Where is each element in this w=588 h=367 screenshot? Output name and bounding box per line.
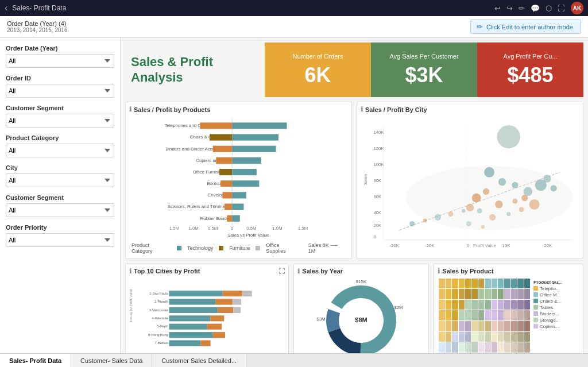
legend-office-label: Office Supplies [266, 242, 300, 254]
chart-sales-product-icon: ℹ [438, 268, 440, 275]
tab-customer-sales-detailed[interactable]: Customer Sales Detailed... [152, 354, 246, 367]
sales-year-donut: $8M $15K $3M $2M [315, 277, 407, 354]
svg-text:140K: 140K [373, 130, 384, 135]
svg-rect-22 [232, 157, 261, 164]
svg-text:$15K: $15K [356, 279, 367, 284]
svg-point-69 [409, 221, 415, 226]
undo-icon[interactable]: ↩ [494, 4, 501, 13]
chart-top-cities-icon: ℹ [129, 268, 131, 275]
legend-tech-label: Technology [187, 245, 214, 251]
svg-text:1.0M: 1.0M [272, 226, 282, 231]
filter-select-order-id[interactable]: All [6, 84, 114, 98]
fullscreen-icon[interactable]: ⛶ [558, 4, 565, 13]
filter-customer-segment-2: Customer Segment All [6, 194, 114, 217]
legend-item-chairs: Chairs &... [533, 299, 579, 304]
svg-rect-102 [169, 332, 213, 338]
svg-text:60K: 60K [373, 194, 382, 199]
dashboard-title: Sales & Profit Analysis [125, 55, 265, 85]
svg-text:Profit Value: Profit Value [473, 243, 496, 248]
legend-item-storage: Storage... [533, 318, 579, 323]
chart-products-content: Telephones and Communication Chairs & Ch… [129, 115, 348, 255]
svg-text:80K: 80K [373, 178, 382, 183]
svg-rect-103 [213, 332, 225, 338]
svg-rect-10 [200, 122, 232, 129]
chart-sales-product-title: ℹ Sales by Product [438, 268, 579, 275]
filter-label-order-date: Order Date (Year) [6, 45, 114, 52]
kpi-sales-card: Avg Sales Per Customer $3K [371, 43, 477, 97]
svg-text:Sales: Sales [363, 174, 368, 186]
filter-subtitle: 2013, 2014, 2015, 2016 [7, 27, 68, 33]
filter-select-city[interactable]: All [6, 173, 114, 187]
svg-text:1.5M: 1.5M [169, 226, 179, 231]
chart-sales-product-panel: ℹ Sales by Product [434, 264, 583, 354]
redo-icon[interactable]: ↪ [506, 4, 513, 13]
svg-rect-13 [216, 157, 232, 164]
kpi-orders-card: Number of Orders 6K [265, 43, 371, 97]
charts-top-row: ℹ Sales / Profit by Products Telephones … [125, 102, 583, 259]
legend-item-binders: Binders... [533, 311, 579, 316]
svg-text:7-Belfast: 7-Belfast [154, 341, 168, 345]
svg-text:10 City by Profit Value: 10 City by Profit Value [129, 288, 133, 322]
svg-rect-94 [233, 299, 241, 304]
avatar[interactable]: AK [571, 2, 583, 14]
svg-text:$2M: $2M [394, 305, 404, 310]
edit-hint-text: Click Edit to enter author mode. [486, 24, 575, 30]
svg-rect-95 [169, 307, 218, 312]
comment-icon[interactable]: 💬 [531, 4, 540, 13]
charts-bottom-row: ℹ Top 10 Cities by Profit ⛶ 1-Sao Paulo … [125, 264, 583, 354]
kpi-profit-card: Avg Profit Per Cu... $485 [477, 43, 583, 97]
filter-select-customer-segment[interactable]: All [6, 114, 114, 128]
svg-text:10K: 10K [502, 243, 511, 248]
svg-text:0: 0 [373, 234, 376, 239]
filter-select-order-priority[interactable]: All [6, 233, 114, 247]
svg-rect-96 [218, 307, 233, 312]
svg-text:3-Vancouver: 3-Vancouver [149, 308, 168, 311]
svg-rect-23 [232, 169, 257, 175]
expand-icon[interactable]: ⛶ [278, 268, 285, 275]
filterbar: Order Date (Year) (4) 2013, 2014, 2015, … [0, 16, 588, 38]
tabbar: Sales- Profit Data Customer- Sales Data … [0, 353, 588, 367]
filter-select-customer-segment-2[interactable]: All [6, 203, 114, 217]
legend-item-copiers: Copiers... [533, 324, 579, 329]
svg-text:-20K: -20K [389, 243, 399, 248]
svg-text:100K: 100K [373, 162, 384, 167]
chart-products-panel: ℹ Sales / Profit by Products Telephones … [125, 102, 352, 259]
filter-city: City All [6, 164, 114, 187]
legend-furn-label: Furniture [229, 245, 250, 251]
svg-rect-101 [207, 323, 222, 329]
filter-select-order-date[interactable]: All [6, 54, 114, 68]
back-icon[interactable]: ‹ [5, 3, 7, 13]
svg-rect-105 [201, 340, 211, 346]
svg-rect-18 [227, 215, 232, 222]
svg-text:0.5M: 0.5M [246, 226, 256, 231]
svg-rect-20 [232, 134, 278, 140]
svg-rect-98 [169, 315, 211, 321]
svg-text:0: 0 [231, 226, 234, 231]
filter-order-priority: Order Priority All [6, 224, 114, 247]
svg-text:20K: 20K [373, 223, 382, 228]
tab-customer-sales-data[interactable]: Customer- Sales Data [71, 354, 152, 367]
filter-order-date: Order Date (Year) All [6, 45, 114, 68]
svg-text:$3M: $3M [317, 316, 326, 322]
svg-rect-14 [219, 169, 232, 175]
chart-top-cities-panel: ℹ Top 10 Cities by Profit ⛶ 1-Sao Paulo … [125, 264, 289, 354]
svg-rect-27 [232, 215, 239, 222]
svg-text:1.5M: 1.5M [298, 226, 308, 231]
svg-text:20K: 20K [544, 243, 552, 248]
tab-sales-profit-data[interactable]: Sales- Profit Data [0, 354, 71, 367]
share-icon[interactable]: ⬡ [546, 4, 552, 13]
svg-text:0.5M: 0.5M [208, 226, 218, 231]
legend-office-dot [256, 246, 260, 250]
chart-sales-year-panel: ℹ Sales by Year $8M $15K $3M $2M [293, 264, 429, 354]
svg-text:2-Riyadh: 2-Riyadh [154, 300, 168, 303]
main-layout: Order Date (Year) All Order ID All Custo… [0, 38, 588, 353]
filter-select-product-category[interactable]: All [6, 144, 114, 157]
chart-products-icon: ℹ [129, 106, 131, 113]
products-bar-chart: Telephones and Communication Chairs & Ch… [129, 115, 348, 241]
chart-city-title: ℹ Sales / Profit By City [361, 106, 579, 113]
kpi-profit-label: Avg Profit Per Cu... [504, 53, 558, 60]
svg-text:120K: 120K [373, 146, 384, 151]
edit-icon[interactable]: ✏ [519, 4, 525, 13]
chart-sales-year-icon: ℹ [297, 268, 300, 275]
svg-rect-21 [232, 146, 276, 152]
